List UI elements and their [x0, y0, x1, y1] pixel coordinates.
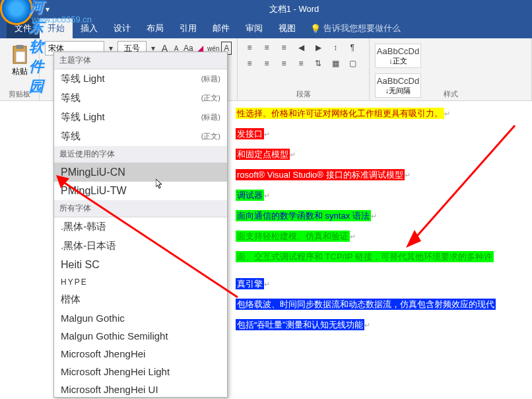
font-item[interactable]: 等线 Light(标题) [54, 108, 227, 127]
text-highlight: 面、交互式调试程序和 TCP/IP 链接，可替代其他环境要求的多种许 [236, 251, 494, 262]
text-highlight: 面向通信的数学函数和 syntax 语法 [236, 210, 371, 221]
text-highlight: 和固定点模型 [236, 149, 290, 160]
tab-view[interactable]: 视图 [271, 18, 304, 38]
window-title: 文档1 - Word [56, 3, 532, 15]
tell-me[interactable]: 💡 告诉我您想要做什么 [310, 22, 401, 34]
align-center-icon[interactable]: ≡ [260, 57, 273, 70]
ribbon-tabs: 文件 开始 插入 设计 布局 引用 邮件 审阅 视图 💡 告诉我您想要做什么 [0, 18, 532, 38]
document-area[interactable]: 性选择。价格和许可证对网络化工作组更具有吸引力。↵ 发接口↵ 和固定点模型↵ r… [228, 101, 532, 399]
font-item[interactable]: Malgun Gothic [54, 309, 227, 327]
sort-icon[interactable]: ↕ [329, 41, 342, 54]
undo-icon[interactable]: ↶ [22, 5, 28, 14]
style-preview: AaBbCcDd [377, 46, 419, 56]
style-normal[interactable]: AaBbCcDd ↓正文 [375, 44, 421, 68]
tab-design[interactable]: 设计 [106, 18, 139, 38]
text-highlight: 性选择。价格和许可证对网络化工作组更具有吸引力。 [236, 108, 444, 119]
font-item-pmingliu-tw[interactable]: PMingLiU-TW [54, 182, 227, 200]
font-item[interactable]: Microsoft JhengHei [54, 345, 227, 363]
align-right-icon[interactable]: ≡ [277, 57, 290, 70]
tab-layout[interactable]: 布局 [139, 18, 172, 38]
text-highlight: 真引擎 [236, 278, 264, 289]
tab-insert[interactable]: 插入 [73, 18, 106, 38]
cursor-icon [156, 179, 166, 190]
quick-access-toolbar: 💾 ↶ ↷ ▾ [0, 5, 56, 14]
borders-icon[interactable]: ▢ [346, 57, 359, 70]
paste-label: 粘贴 [12, 66, 28, 77]
svg-rect-1 [16, 45, 24, 49]
dropdown-header-theme: 主题字体 [54, 52, 227, 69]
font-item[interactable]: 等线 Light(标题) [54, 69, 227, 89]
align-left-icon[interactable]: ≡ [243, 57, 256, 70]
svg-rect-2 [16, 52, 25, 62]
styles-group: AaBbCcDd ↓正文 AaBbCcDd ↓无间隔 样式 [370, 38, 532, 100]
styles-label: 样式 [370, 89, 531, 99]
text-highlight: 包括“吞吐量”测量和认知无线功能 [236, 319, 364, 330]
tab-references[interactable]: 引用 [172, 18, 205, 38]
clipboard-label: 剪贴板 [0, 89, 39, 99]
clipboard-group: 粘贴 剪贴板 [0, 38, 40, 100]
font-item[interactable]: Microsoft JhengHei Light [54, 363, 227, 381]
redo-icon[interactable]: ↷ [34, 5, 40, 14]
dropdown-header-recent: 最近使用的字体 [54, 146, 227, 163]
font-item[interactable]: 等线(正文) [54, 127, 227, 146]
font-item[interactable]: HYPE [54, 274, 227, 290]
save-icon[interactable]: 💾 [7, 5, 17, 14]
indent-right-icon[interactable]: ▶ [312, 41, 325, 54]
lightbulb-icon: 💡 [310, 24, 321, 34]
numbering-icon[interactable]: ≡ [260, 41, 273, 54]
font-item[interactable]: Malgun Gothic Semilight [54, 327, 227, 345]
paste-button[interactable]: 粘贴 [9, 44, 30, 77]
style-preview: AaBbCcDd [377, 76, 419, 86]
line-spacing-icon[interactable]: ⇅ [312, 57, 325, 70]
text-highlight: 包络载波、时间同步数据流和动态数据流，仿真包含射频效应的现代 [236, 299, 496, 310]
shading-icon[interactable]: ▦ [329, 57, 342, 70]
text-highlight: rosoft® Visual Studio® 接口的标准调试模型 [236, 169, 405, 180]
font-item[interactable]: Microsoft JhengHei UI [54, 381, 227, 398]
tab-review[interactable]: 审阅 [238, 18, 271, 38]
font-item[interactable]: .黑体-日本语 [54, 236, 227, 256]
qat-more-icon[interactable]: ▾ [46, 5, 50, 14]
paragraph-label: 段落 [238, 89, 369, 99]
justify-icon[interactable]: ≡ [294, 57, 308, 70]
indent-left-icon[interactable]: ◀ [294, 41, 308, 54]
style-name: ↓正文 [389, 56, 407, 66]
font-item[interactable]: Heiti SC [54, 256, 227, 274]
bullets-icon[interactable]: ≡ [243, 41, 256, 54]
font-item[interactable]: 楷体 [54, 290, 227, 309]
text-highlight: 发接口 [236, 128, 264, 139]
title-bar: 💾 ↶ ↷ ▾ 文档1 - Word [0, 0, 532, 18]
font-item[interactable]: 等线(正文) [54, 89, 227, 108]
text-highlight: 调试器 [236, 190, 264, 201]
font-dropdown-menu: 主题字体 等线 Light(标题) 等线(正文) 等线 Light(标题) 等线… [53, 52, 228, 398]
show-marks-icon[interactable]: ¶ [346, 41, 359, 54]
dropdown-header-all: 所有字体 [54, 200, 227, 217]
paragraph-group: ≡ ≡ ≡ ◀ ▶ ↕ ¶ ≡ ≡ ≡ ≡ ⇅ ▦ ▢ 段落 [238, 38, 370, 100]
tab-mail[interactable]: 邮件 [205, 18, 238, 38]
font-item[interactable]: .黑体-韩语 [54, 217, 227, 236]
tab-home[interactable]: 开始 [40, 18, 73, 38]
multilevel-icon[interactable]: ≡ [277, 41, 290, 54]
font-item-pmingliu-cn[interactable]: PMingLiU-CN [54, 163, 227, 182]
paste-icon [9, 44, 30, 65]
text-highlight: 面支持轻松建模、仿真和验证 [236, 231, 350, 242]
tab-file[interactable]: 文件 [7, 18, 40, 38]
tell-me-label: 告诉我您想要做什么 [323, 22, 401, 34]
